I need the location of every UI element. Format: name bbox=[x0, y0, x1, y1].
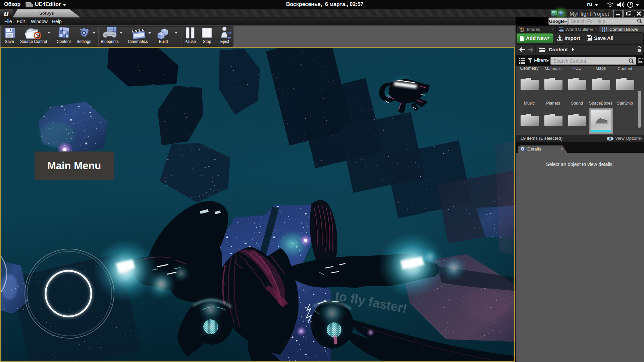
svg-text:i: i bbox=[522, 147, 523, 151]
